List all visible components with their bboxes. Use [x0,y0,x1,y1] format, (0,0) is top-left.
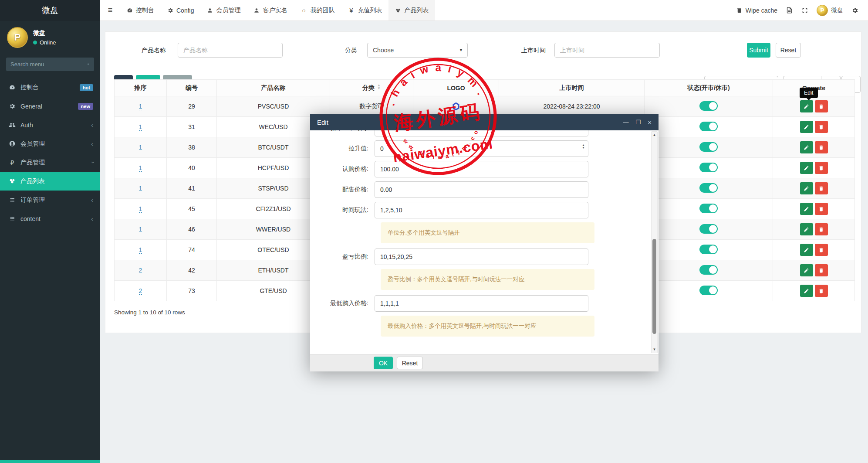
delete-button[interactable] [815,264,828,276]
tab-6[interactable]: 产品列表 [388,0,435,20]
sidebar-item-6[interactable]: 订单管理‹ [0,191,100,209]
sort-link[interactable]: 1 [139,226,142,233]
chevron-left-icon: ‹ [91,121,93,129]
chevron-left-icon: ‹ [91,215,93,222]
status-toggle[interactable] [699,101,718,111]
close-icon[interactable]: × [648,119,652,126]
tab-3[interactable]: 客户实名 [247,0,294,20]
status-toggle[interactable] [699,122,718,131]
sidebar-item-2[interactable]: Auth‹ [0,116,100,134]
modal-scrollbar[interactable]: ▲ ▼ [651,131,658,353]
tab-0[interactable]: 控制台 [120,0,161,20]
edit-button[interactable] [800,244,813,256]
field-input-2[interactable] [375,161,588,177]
field-input-4[interactable] [375,202,588,218]
sort-link[interactable]: 1 [139,144,142,151]
scrollbar-thumb[interactable] [652,239,656,334]
status-toggle[interactable] [699,245,718,254]
sidebar-item-5[interactable]: 产品列表 [0,172,100,191]
status-toggle[interactable] [699,163,718,172]
sidebar-item-label: 控制台 [20,84,80,92]
sidebar-item-0[interactable]: 控制台hot [0,78,100,97]
edit-button[interactable] [800,100,813,112]
category-select[interactable]: Choose ▼ [367,43,468,58]
minimize-icon[interactable]: — [623,119,629,125]
online-dot [33,41,37,44]
product-name-input[interactable] [178,43,283,58]
field-input-5[interactable] [375,249,588,265]
sidebar-item-7[interactable]: content‹ [0,209,100,228]
edit-button[interactable] [800,264,813,276]
cell-id: 29 [167,96,217,117]
sidebar-item-4[interactable]: ₽产品管理‹ [0,153,100,172]
number-spinner[interactable]: ▲▼ [582,144,585,149]
sort-link[interactable]: 1 [139,164,142,172]
sort-link[interactable]: 1 [139,123,142,131]
delete-button[interactable] [815,182,828,194]
tab-5[interactable]: ¥充值列表 [341,0,388,20]
modal-reset-button[interactable]: Reset [397,357,423,369]
field-input-3[interactable] [375,181,588,198]
reset-button[interactable]: Reset [776,43,801,58]
cell-id: 38 [167,137,217,158]
status-toggle[interactable] [699,265,718,275]
tab-2[interactable]: 会员管理 [200,0,247,20]
sort-link[interactable]: 1 [139,246,142,254]
edit-button[interactable] [800,141,813,153]
scroll-down-icon[interactable]: ▼ [652,347,657,351]
sort-link[interactable]: 1 [139,185,142,192]
edit-button[interactable] [800,162,813,174]
field-input-6[interactable] [375,295,588,312]
tab-1[interactable]: Config [161,0,200,20]
user-menu[interactable]: P 微盘 [817,5,843,16]
status-toggle[interactable] [699,204,718,213]
status-toggle[interactable] [699,142,718,152]
sidebar-search[interactable] [6,58,94,71]
tab-4[interactable]: ○我的团队 [294,0,341,20]
sidebar-item-3[interactable]: 会员管理‹ [0,134,100,153]
status-toggle[interactable] [699,224,718,234]
field-input-1[interactable] [375,140,588,157]
sort-link[interactable]: 2 [139,267,142,274]
submit-button[interactable]: Submit [747,43,770,58]
delete-button[interactable] [815,223,828,235]
delete-button[interactable] [815,285,828,297]
language-doc-icon[interactable] [786,7,793,14]
gear-icon [167,7,173,14]
wipe-cache-button[interactable]: Wipe cache [736,7,777,14]
chevron-down-icon: ▼ [459,43,463,57]
hamburger-icon[interactable]: ≡ [100,0,120,20]
list-time-input[interactable] [554,43,660,58]
delete-button[interactable] [815,141,828,153]
settings-gears-icon[interactable] [851,7,858,14]
cell-id: 40 [167,158,217,178]
delete-button[interactable] [815,203,828,215]
sidebar-bottom-strip[interactable] [0,460,100,463]
sort-link[interactable]: 1 [139,205,142,213]
delete-button[interactable] [815,162,828,174]
delete-button[interactable] [815,244,828,256]
sidebar-item-1[interactable]: Generalnew [0,97,100,116]
sidebar-search-input[interactable] [10,61,87,68]
edit-button[interactable] [800,182,813,194]
maximize-icon[interactable]: ❐ [636,119,641,125]
edit-button[interactable] [800,203,813,215]
edit-button[interactable] [800,223,813,235]
column-header-3[interactable]: 分类▲▼ [330,80,413,96]
delete-button[interactable] [815,121,828,133]
fullscreen-icon[interactable] [801,7,808,14]
ok-button[interactable]: OK [374,357,393,369]
chevron-left-icon: ‹ [91,140,93,147]
status-toggle[interactable] [699,286,718,295]
modal-header[interactable]: Edit — ❐ × [310,114,659,130]
delete-button[interactable] [815,100,828,112]
edit-button[interactable] [800,121,813,133]
form-row-2: 认购价格: [310,161,650,177]
field-input-0[interactable] [375,130,588,136]
scroll-up-icon[interactable]: ▲ [652,133,657,137]
sort-link[interactable]: 1 [139,103,142,110]
edit-button[interactable] [800,285,813,297]
sort-link[interactable]: 2 [139,287,142,295]
users-icon [9,122,16,128]
status-toggle[interactable] [699,183,718,193]
